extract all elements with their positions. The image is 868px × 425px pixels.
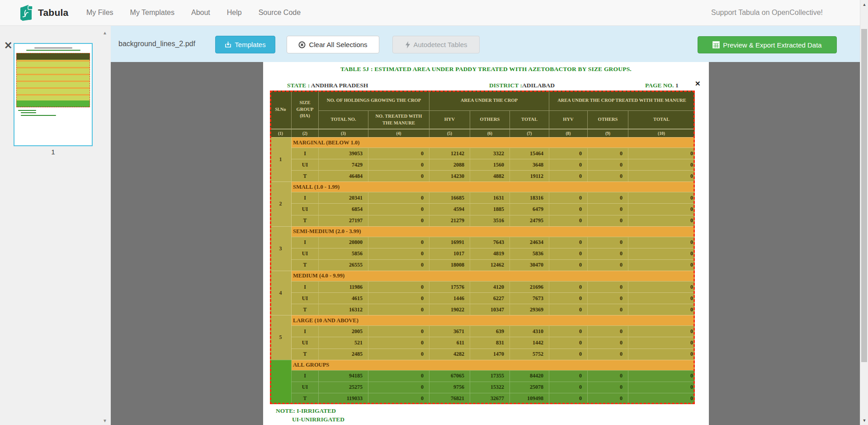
nav-item-help[interactable]: Help <box>227 9 242 17</box>
navbar: Tabula My FilesMy TemplatesAboutHelpSour… <box>0 0 868 26</box>
clear-button-label: Clear All Selections <box>309 41 367 48</box>
doc-page-no: PAGE NO. 1 <box>645 82 679 89</box>
selection-close-icon[interactable]: ✕ <box>695 81 701 87</box>
doc-state: STATE : ANDHRA PRADESH <box>287 82 368 89</box>
document-viewport: TABLE 5J : ESTIMATED AREA UNDER PADDY TR… <box>111 62 860 425</box>
district-value: ADILABAD <box>522 82 555 89</box>
autodetect-button-label: Autodetect Tables <box>414 41 467 48</box>
preview-export-button[interactable]: Preview & Export Extracted Data <box>698 36 837 53</box>
doc-note-1: NOTE: I-IRRIGATED <box>276 407 336 415</box>
templates-button-label: Templates <box>235 41 265 48</box>
doc-note-2: UI-UNIRRIGATED <box>292 416 344 423</box>
doc-title: TABLE 5J : ESTIMATED AREA UNDER PADDY TR… <box>263 66 709 73</box>
page-thumbnail[interactable] <box>14 43 93 146</box>
thumb-note-line <box>18 110 36 111</box>
scrollbar-down-icon[interactable]: ▼ <box>860 417 868 424</box>
brand-name: Tabula <box>38 7 68 18</box>
navbar-menu: My FilesMy TemplatesAboutHelpSource Code <box>86 0 301 25</box>
clear-all-selections-button[interactable]: Clear All Selections <box>287 36 379 53</box>
thumb-title-line <box>34 48 72 48</box>
page-number-label: 1 <box>14 148 93 156</box>
filename: background_lines_2.pdf <box>118 26 195 62</box>
state-label: STATE : <box>287 82 310 89</box>
page-no-value: 1 <box>675 82 679 89</box>
page-no-label: PAGE NO. <box>645 82 674 89</box>
nav-item-my-templates[interactable]: My Templates <box>130 9 175 17</box>
window-scrollbar[interactable]: ▲ ▼ <box>860 0 868 425</box>
support-link[interactable]: Support Tabula on OpenCollective! <box>711 0 823 25</box>
remove-circle-icon <box>298 41 306 48</box>
sidebar-scroll-up-icon[interactable]: ▲ <box>103 30 107 35</box>
autodetect-tables-button[interactable]: Autodetect Tables <box>392 36 480 53</box>
export-button-label: Preview & Export Extracted Data <box>723 41 821 49</box>
scrollbar-thumb[interactable] <box>861 29 867 362</box>
spreadsheet-icon <box>712 41 720 48</box>
nav-item-my-files[interactable]: My Files <box>86 9 113 17</box>
nav-item-about[interactable]: About <box>191 9 210 17</box>
thumb-note-line <box>21 112 36 113</box>
thumb-title-line <box>26 50 80 51</box>
selection-box[interactable] <box>270 91 695 404</box>
state-value: ANDHRA PRADESH <box>311 82 368 89</box>
tabula-app: Tabula My FilesMy TemplatesAboutHelpSour… <box>0 0 868 425</box>
tabula-logo-icon <box>19 4 34 21</box>
doc-district: DISTRICT :ADILABAD <box>489 82 555 89</box>
toolbar: background_lines_2.pdf Templates Clear A… <box>111 26 860 62</box>
brand[interactable]: Tabula <box>19 4 68 21</box>
pdf-page[interactable]: TABLE 5J : ESTIMATED AREA UNDER PADDY TR… <box>263 62 709 425</box>
nav-item-source-code[interactable]: Source Code <box>259 9 301 17</box>
save-template-icon <box>225 41 231 48</box>
delete-page-icon[interactable]: ✕ <box>4 41 12 51</box>
templates-button[interactable]: Templates <box>215 36 275 53</box>
thumb-note-line <box>21 115 56 116</box>
sidebar: ✕ 1 ▲ ▼ <box>0 26 111 425</box>
thumb-table-preview <box>16 53 90 107</box>
lightning-bolt-icon <box>405 41 410 48</box>
district-label: DISTRICT : <box>489 82 522 89</box>
scrollbar-up-icon[interactable]: ▲ <box>860 1 868 8</box>
sidebar-scroll-down-icon[interactable]: ▼ <box>103 418 107 423</box>
